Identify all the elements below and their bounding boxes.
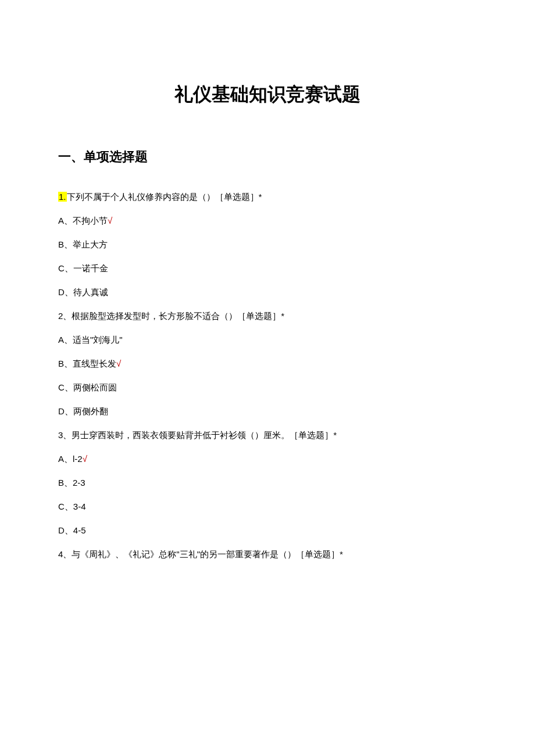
question-number: 3、 xyxy=(58,430,72,440)
option: A、不拘小节√ xyxy=(58,216,477,227)
option: D、待人真诚 xyxy=(58,287,477,298)
option-label: A、不拘小节 xyxy=(58,216,108,225)
question-stem: 下列不属于个人礼仪修养内容的是（）［单选题］* xyxy=(67,192,262,202)
question-block: 2、根据脸型选择发型时，长方形脸不适合（）［单选题］* A、适当"刘海儿" B、… xyxy=(58,311,477,417)
question-text: 2、根据脸型选择发型时，长方形脸不适合（）［单选题］* xyxy=(58,311,477,322)
question-block: 1.下列不属于个人礼仪修养内容的是（）［单选题］* A、不拘小节√ B、举止大方… xyxy=(58,192,477,298)
question-text: 4、与《周礼》、《礼记》总称"三礼"的另一部重要著作是（）［单选题］* xyxy=(58,549,477,560)
option-label: A、l-2 xyxy=(58,454,83,464)
option: C、一诺千金 xyxy=(58,263,477,274)
option: C、两侧松而圆 xyxy=(58,382,477,393)
question-text: 1.下列不属于个人礼仪修养内容的是（）［单选题］* xyxy=(58,192,477,203)
option-label: B、直线型长发 xyxy=(58,359,116,368)
option: B、直线型长发√ xyxy=(58,359,477,370)
option: A、l-2√ xyxy=(58,454,477,465)
document-title: 礼仪基础知识竞赛试题 xyxy=(58,82,477,108)
question-block: 4、与《周礼》、《礼记》总称"三礼"的另一部重要著作是（）［单选题］* xyxy=(58,549,477,560)
question-number: 2、 xyxy=(58,311,72,321)
option: B、2-3 xyxy=(58,478,477,489)
option: D、两侧外翻 xyxy=(58,406,477,417)
check-icon: √ xyxy=(116,359,121,368)
question-text: 3、男士穿西装时，西装衣领要贴背并低于衬衫领（）厘米。［单选题］* xyxy=(58,430,477,441)
option: B、举止大方 xyxy=(58,239,477,250)
option: D、4-5 xyxy=(58,525,477,536)
question-number-highlight: 1. xyxy=(58,192,67,202)
question-number: 4、 xyxy=(58,549,72,559)
check-icon: √ xyxy=(83,454,87,464)
question-stem: 与《周礼》、《礼记》总称"三礼"的另一部重要著作是（）［单选题］* xyxy=(72,549,343,559)
question-block: 3、男士穿西装时，西装衣领要贴背并低于衬衫领（）厘米。［单选题］* A、l-2√… xyxy=(58,430,477,536)
question-stem: 根据脸型选择发型时，长方形脸不适合（）［单选题］* xyxy=(72,311,284,321)
section-heading: 一、单项选择题 xyxy=(58,148,477,166)
option: A、适当"刘海儿" xyxy=(58,335,477,346)
option: C、3-4 xyxy=(58,501,477,513)
check-icon: √ xyxy=(108,216,112,225)
question-stem: 男士穿西装时，西装衣领要贴背并低于衬衫领（）厘米。［单选题］* xyxy=(72,430,337,440)
